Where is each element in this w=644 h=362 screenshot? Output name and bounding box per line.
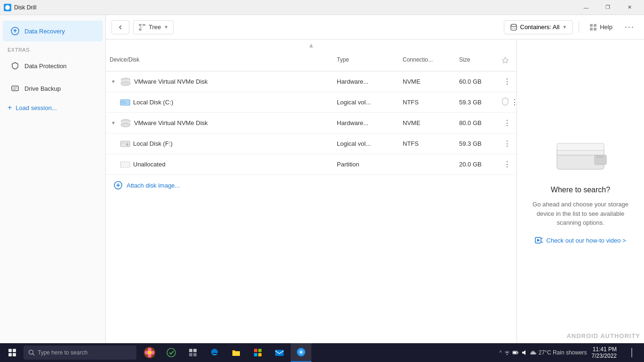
col-size: Size [455,54,498,68]
diskc-more-btn[interactable]: ⋮ [511,96,517,109]
window-controls[interactable]: — ❐ ✕ [575,0,640,15]
taskbar-search-text: Type here to search [38,349,87,356]
minimize-button[interactable]: — [575,0,597,15]
tree-dropdown-icon: ▼ [164,24,168,30]
svg-rect-40 [8,349,12,352]
svg-rect-8 [139,29,142,31]
taskbar-microsoft-store[interactable] [247,343,268,362]
svg-rect-43 [13,353,16,356]
diskc-action[interactable]: ⋮ [498,93,517,112]
collapse-disk1-btn[interactable]: ▼ [110,78,117,86]
back-button[interactable] [111,20,129,34]
svg-point-18 [121,82,130,86]
table-row[interactable]: Local Disk (F:) Logical vol... NTFS 59.3… [106,134,517,154]
start-button[interactable] [2,343,23,362]
disk2-size: 80.0 GB [455,117,498,129]
table-row[interactable]: Local Disk (C:) Logical vol... NTFS 59.3… [106,92,517,113]
svg-marker-37 [537,239,540,242]
sidebar-item-data-protection[interactable]: Data Protection [3,55,103,76]
taskbar-windows-security[interactable] [161,343,182,362]
close-button[interactable]: ✕ [619,0,640,15]
disk2-more-btn[interactable]: ⋮ [501,117,513,130]
svg-rect-55 [189,353,192,356]
maximize-button[interactable]: ❐ [597,0,619,15]
svg-rect-14 [590,28,593,31]
disk-icon [120,78,131,86]
svg-rect-67 [517,352,518,354]
svg-rect-57 [254,349,257,352]
battery-icon [512,349,519,356]
svg-rect-19 [120,100,130,105]
unallocated-action[interactable]: ⋮ [498,155,517,174]
diskf-more-btn[interactable]: ⋮ [501,137,513,150]
load-session-label: Load session... [16,104,56,111]
taskbar-disk-drill-active[interactable] [291,343,311,362]
sidebar-item-data-recovery[interactable]: Data Recovery [3,21,103,41]
disk1-connection: NVME [399,75,455,88]
unallocated-name: Unallocated [133,161,166,168]
svg-rect-7 [143,24,145,26]
unallocated-more-btn[interactable]: ⋮ [501,158,513,171]
back-icon [117,24,124,31]
taskbar-clock[interactable]: 11:41 PM 7/23/2022 [588,346,620,359]
taskbar: Type here to search [0,343,644,362]
svg-point-22 [121,123,130,127]
svg-rect-23 [120,141,130,147]
extras-divider: Extras [0,42,105,55]
disk2-name-cell: ▼ VMware Virtual NVMe Disk [106,116,333,130]
svg-rect-12 [590,24,593,27]
diskc-size: 59.3 GB [455,96,498,109]
taskbar-mail[interactable] [269,343,290,362]
more-options-button[interactable]: ··· [621,20,638,34]
unallocated-size: 20.0 GB [455,158,498,171]
start-icon [8,348,16,357]
taskbar-search[interactable]: Type here to search [24,346,136,360]
attach-disk-label: Attach disk image... [127,182,180,189]
col-device-disk: Device/Disk [106,54,333,68]
disk1-type: Hardware... [333,75,399,88]
attach-disk-link[interactable]: Attach disk image... [106,175,517,196]
unallocated-connection [399,162,455,167]
disk1-more-btn[interactable]: ⋮ [501,75,513,88]
title-bar: Disk Drill — ❐ ✕ [0,0,644,15]
taskbar-search-icon [28,349,35,356]
tree-view-button[interactable]: Tree ▼ [133,20,174,34]
svg-line-39 [541,242,543,243]
disk1-action[interactable]: ⋮ [498,72,517,91]
task-view-icon [188,348,198,357]
svg-rect-13 [594,24,596,27]
diskc-name: Local Disk (C:) [133,99,173,106]
show-desktop-icon [631,348,633,357]
sidebar-load-session[interactable]: + Load session... [0,100,105,116]
table-row[interactable]: Unallocated Partition 20.0 GB ⋮ [106,154,517,175]
taskbar-flower-icon [139,343,160,362]
svg-rect-6 [139,24,142,26]
disk1-name-cell: ▼ VMware Virtual NVMe Disk [106,75,333,89]
table-row[interactable]: ▼ VMware Virtual NVMe Disk Hardware... N… [106,113,517,134]
disk-drill-taskbar-icon [296,347,306,357]
tray-expand-btn[interactable]: ^ [499,349,502,356]
right-panel-how-to-link[interactable]: Check out our how-to video > [535,237,626,244]
taskbar-task-view[interactable] [183,343,203,362]
containers-button[interactable]: Containers: All ▼ [504,20,573,34]
svg-rect-56 [193,353,197,356]
svg-point-64 [300,351,302,353]
disk2-action[interactable]: ⋮ [498,114,517,133]
svg-rect-24 [126,144,128,146]
svg-rect-66 [513,352,517,354]
disk2-type: Hardware... [333,117,399,129]
show-desktop-btn[interactable] [621,343,642,362]
taskbar-edge[interactable] [204,343,225,362]
taskbar-file-explorer[interactable] [226,343,246,362]
sidebar-item-drive-backup[interactable]: Drive Backup [3,78,103,99]
unallocated-type: Partition [333,158,399,171]
system-tray: ^ 27°C Rain showers [499,349,587,356]
diskf-action[interactable]: ⋮ [498,134,517,153]
disk2-name: VMware Virtual NVMe Disk [134,119,208,126]
video-icon [535,237,543,244]
collapse-disk2-btn[interactable]: ▼ [110,119,117,127]
sidebar: Data Recovery Extras Data Protection Dri… [0,15,106,343]
table-row[interactable]: ▼ VMware Virtual NVMe Disk Hardware... N… [106,71,517,92]
help-button[interactable]: Help [585,21,617,34]
svg-line-45 [33,354,35,356]
